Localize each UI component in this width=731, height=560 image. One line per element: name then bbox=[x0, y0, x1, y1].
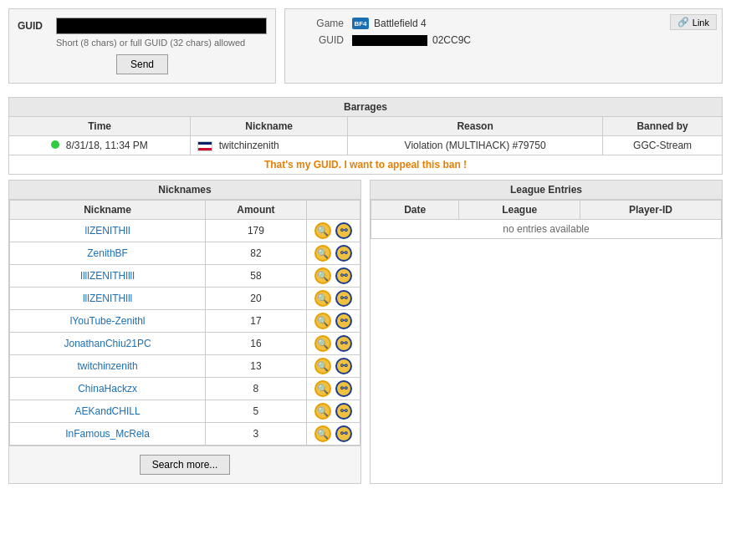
link-action-icon[interactable]: ⚯ bbox=[335, 403, 352, 420]
nick-col-actions bbox=[306, 201, 360, 220]
col-nickname: Nickname bbox=[191, 117, 348, 136]
search-icon-btn[interactable]: 🔍 bbox=[314, 358, 331, 374]
nicknames-title: Nicknames bbox=[9, 181, 360, 200]
action-cell: 🔍 ⚯ bbox=[306, 423, 360, 445]
send-button[interactable]: Send bbox=[116, 54, 168, 74]
league-col-date: Date bbox=[371, 201, 459, 220]
link-action-icon[interactable]: ⚯ bbox=[335, 245, 352, 262]
league-empty-message: no entries available bbox=[371, 220, 722, 239]
col-time: Time bbox=[9, 117, 191, 136]
barrages-table: Time Nickname Reason Banned by 8/31/18, … bbox=[8, 116, 723, 175]
action-cell: 🔍 ⚯ bbox=[306, 333, 360, 355]
bf4-icon: BF4 bbox=[352, 18, 369, 29]
status-dot bbox=[51, 140, 59, 149]
search-icon-btn[interactable]: 🔍 bbox=[314, 335, 331, 352]
nickname-cell: ChinaHackzx bbox=[10, 378, 206, 400]
nickname-cell: llllZENITHllll bbox=[10, 265, 206, 288]
search-icon-btn[interactable]: 🔍 bbox=[314, 403, 331, 420]
search-icon-btn[interactable]: 🔍 bbox=[314, 313, 331, 329]
guid-input[interactable] bbox=[56, 18, 267, 34]
action-cell: 🔍 ⚯ bbox=[306, 400, 360, 423]
guid-hint: Short (8 chars) or full GUID (32 chars) … bbox=[56, 38, 267, 48]
list-item: llZENITHll 179 🔍 ⚯ bbox=[10, 220, 360, 242]
appeal-text: That's my GUID. I want to appeal this ba… bbox=[9, 155, 723, 175]
league-table: Date League Player-ID no entries availab… bbox=[371, 200, 722, 239]
link-action-icon[interactable]: ⚯ bbox=[335, 290, 352, 307]
search-icon-btn[interactable]: 🔍 bbox=[314, 245, 331, 262]
nickname-cell: lYouTube-Zenithl bbox=[10, 310, 206, 333]
action-cell: 🔍 ⚯ bbox=[306, 355, 360, 378]
amount-cell: 13 bbox=[206, 355, 307, 378]
amount-cell: 16 bbox=[206, 333, 307, 355]
guid-info-label: GUID bbox=[294, 34, 344, 46]
link-action-icon[interactable]: ⚯ bbox=[335, 425, 352, 442]
league-empty-row: no entries available bbox=[371, 220, 722, 239]
game-label: Game bbox=[294, 18, 344, 29]
nickname-cell: ZenithBF bbox=[10, 242, 206, 265]
table-row: 8/31/18, 11:34 PM twitchinzenith Violati… bbox=[9, 136, 723, 155]
ban-nickname: twitchinzenith bbox=[191, 136, 348, 155]
link-action-icon[interactable]: ⚯ bbox=[335, 313, 352, 329]
bottom-section: Nicknames Nickname Amount llZENITHll 179… bbox=[8, 180, 723, 484]
ban-banned-by: GGC-Stream bbox=[603, 136, 723, 155]
search-icon-btn[interactable]: 🔍 bbox=[314, 267, 331, 284]
list-item: InFamous_McRela 3 🔍 ⚯ bbox=[10, 423, 360, 445]
guid-form: GUID Short (8 chars) or full GUID (32 ch… bbox=[8, 8, 276, 84]
amount-cell: 20 bbox=[206, 288, 307, 310]
link-action-icon[interactable]: ⚯ bbox=[335, 335, 352, 352]
action-cell: 🔍 ⚯ bbox=[306, 220, 360, 242]
action-cell: 🔍 ⚯ bbox=[306, 378, 360, 400]
list-item: twitchinzenith 13 🔍 ⚯ bbox=[10, 355, 360, 378]
amount-cell: 179 bbox=[206, 220, 307, 242]
link-action-icon[interactable]: ⚯ bbox=[335, 380, 352, 397]
link-action-icon[interactable]: ⚯ bbox=[335, 358, 352, 374]
nicknames-table: Nickname Amount llZENITHll 179 🔍 ⚯ Zenit… bbox=[9, 200, 360, 445]
league-col-league: League bbox=[459, 201, 580, 220]
action-cell: 🔍 ⚯ bbox=[306, 288, 360, 310]
barrages-title: Barrages bbox=[8, 97, 723, 116]
nickname-cell: llZENITHll bbox=[10, 220, 206, 242]
game-value: BF4 Battlefield 4 bbox=[352, 18, 427, 29]
nickname-cell: lllZENITHlll bbox=[10, 288, 206, 310]
list-item: llllZENITHllll 58 🔍 ⚯ bbox=[10, 265, 360, 288]
league-panel: League Entries Date League Player-ID no … bbox=[370, 180, 723, 484]
search-icon-btn[interactable]: 🔍 bbox=[314, 222, 331, 239]
link-button[interactable]: 🔗 Link bbox=[670, 14, 717, 30]
barrages-section: Barrages Time Nickname Reason Banned by … bbox=[8, 97, 723, 175]
list-item: AEKandCHILL 5 🔍 ⚯ bbox=[10, 400, 360, 423]
list-item: ChinaHackzx 8 🔍 ⚯ bbox=[10, 378, 360, 400]
guid-label: GUID bbox=[18, 20, 51, 32]
league-col-playerid: Player-ID bbox=[580, 201, 721, 220]
nick-col-name: Nickname bbox=[10, 201, 206, 220]
amount-cell: 3 bbox=[206, 423, 307, 445]
ban-time-value: 8/31/18, 11:34 PM bbox=[66, 140, 148, 151]
game-name: Battlefield 4 bbox=[374, 18, 427, 29]
nicknames-panel: Nicknames Nickname Amount llZENITHll 179… bbox=[8, 180, 361, 484]
action-cell: 🔍 ⚯ bbox=[306, 265, 360, 288]
amount-cell: 8 bbox=[206, 378, 307, 400]
list-item: JonathanChiu21PC 16 🔍 ⚯ bbox=[10, 333, 360, 355]
ban-reason: Violation (MULTIHACK) #79750 bbox=[348, 136, 603, 155]
link-action-icon[interactable]: ⚯ bbox=[335, 222, 352, 239]
link-icon: 🔗 bbox=[677, 17, 689, 28]
action-cell: 🔍 ⚯ bbox=[306, 242, 360, 265]
search-icon-btn[interactable]: 🔍 bbox=[314, 290, 331, 307]
amount-cell: 5 bbox=[206, 400, 307, 423]
col-banned-by: Banned by bbox=[603, 117, 723, 136]
list-item: lYouTube-Zenithl 17 🔍 ⚯ bbox=[10, 310, 360, 333]
ban-time: 8/31/18, 11:34 PM bbox=[9, 136, 191, 155]
link-action-icon[interactable]: ⚯ bbox=[335, 267, 352, 284]
search-icon-btn[interactable]: 🔍 bbox=[314, 380, 331, 397]
list-item: lllZENITHlll 20 🔍 ⚯ bbox=[10, 288, 360, 310]
nickname-cell: JonathanChiu21PC bbox=[10, 333, 206, 355]
guid-redacted: ████████ bbox=[352, 35, 427, 46]
league-title: League Entries bbox=[371, 181, 722, 200]
guid-info-value: ████████ 02CC9C bbox=[352, 34, 471, 46]
list-item: ZenithBF 82 🔍 ⚯ bbox=[10, 242, 360, 265]
search-icon-btn[interactable]: 🔍 bbox=[314, 425, 331, 442]
search-more-button[interactable]: Search more... bbox=[140, 455, 231, 475]
appeal-row: That's my GUID. I want to appeal this ba… bbox=[9, 155, 723, 175]
link-button-label: Link bbox=[693, 18, 709, 28]
amount-cell: 58 bbox=[206, 265, 307, 288]
search-more-row: Search more... bbox=[9, 445, 360, 483]
